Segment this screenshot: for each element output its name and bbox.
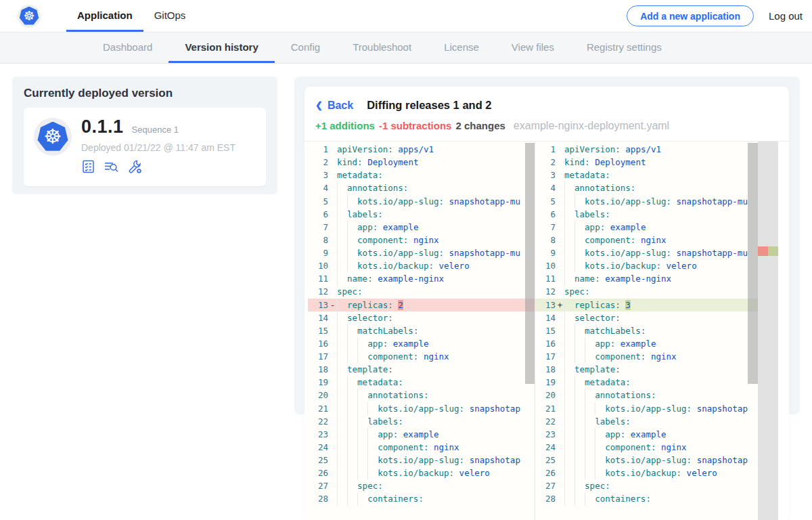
diff-sign (328, 259, 337, 272)
line-number: 11 (535, 272, 556, 285)
indent-guide (367, 454, 378, 467)
edit-config-icon[interactable] (127, 159, 143, 174)
indent-guide (337, 363, 347, 376)
diff-sign (328, 272, 337, 285)
diff-sign (328, 169, 337, 181)
code-text: replicas: 3 (564, 299, 778, 311)
indent-guide (585, 415, 595, 428)
code-line: 27spec: (535, 479, 778, 492)
scrollbar-thumb[interactable] (525, 143, 535, 384)
code-text: metadata: (564, 169, 778, 181)
indent-guide (574, 467, 585, 479)
indent-guide (585, 337, 595, 350)
diff-sign (556, 234, 564, 246)
code-text: app: example (337, 428, 535, 441)
version-actions (81, 159, 235, 174)
top-nav: ☸ ApplicationGitOps Add a new applicatio… (0, 0, 812, 32)
topnav-tab-gitops[interactable]: GitOps (143, 0, 197, 32)
subnav-tab-troubleshoot[interactable]: Troubleshoot (336, 32, 428, 63)
deployed-timestamp: Deployed 01/21/22 @ 11:47 am EST (81, 142, 235, 153)
indent-guide (347, 337, 357, 350)
code-text: labels: (337, 208, 535, 221)
indent-guide (564, 467, 574, 479)
subnav-tab-registry-settings[interactable]: Registry settings (570, 32, 678, 63)
diff-sign (556, 428, 564, 441)
subnav-tab-config[interactable]: Config (275, 32, 336, 63)
line-number: 13 (308, 299, 328, 311)
code-line: 22labels: (535, 415, 778, 428)
diff-sign (328, 311, 337, 324)
diff-overview-ruler (758, 142, 778, 520)
code-text: spec: (564, 479, 778, 492)
scrollbar-thumb[interactable] (748, 143, 758, 384)
release-notes-icon[interactable] (104, 159, 120, 174)
preflight-checks-icon[interactable] (81, 159, 96, 174)
code-text: component: nginx (564, 441, 778, 454)
indent-guide (347, 259, 357, 272)
code-text: app: example (337, 221, 535, 234)
logout-link[interactable]: Log out (769, 10, 803, 22)
subnav-tab-license[interactable]: License (428, 32, 495, 63)
diff-card-outer: ❮ Back Diffing releases 1 and 2 +1 addit… (294, 77, 800, 414)
line-number: 3 (535, 169, 556, 181)
diff-sign (556, 350, 564, 363)
line-number: 12 (308, 285, 328, 298)
indent-guide (564, 441, 574, 454)
code-line: 13+replicas: 3 (535, 299, 778, 311)
back-button[interactable]: ❮ Back (315, 100, 353, 112)
code-line: 24component: nginx (535, 441, 778, 454)
diff-sign (556, 441, 564, 454)
indent-guide (564, 492, 574, 505)
code-line: 2kind: Deployment (308, 156, 535, 169)
code-text: annotations: (564, 181, 778, 194)
indent-guide (564, 402, 574, 415)
diff-sign (556, 272, 564, 285)
code-line: 14selector: (308, 311, 535, 324)
indent-guide (347, 467, 357, 479)
subnav-tab-version-history[interactable]: Version history (168, 32, 274, 63)
line-number: 11 (308, 272, 328, 285)
indent-guide (347, 246, 357, 259)
code-line: 3metadata: (535, 169, 778, 181)
subnav-tab-dashboard[interactable]: Dashboard (87, 32, 168, 63)
code-text: apiVersion: apps/v1 (564, 143, 778, 156)
code-text: template: (564, 363, 778, 376)
indent-guide (337, 415, 347, 428)
indent-guide (564, 299, 574, 311)
line-number: 9 (308, 246, 328, 259)
line-number: 6 (308, 208, 328, 221)
indent-guide (357, 492, 367, 505)
code-text: kind: Deployment (564, 156, 778, 169)
indent-guide (347, 221, 357, 234)
code-line: 23app: example (308, 428, 535, 441)
indent-guide (337, 234, 347, 246)
topnav-tab-application[interactable]: Application (66, 0, 143, 32)
code-text: kots.io/app-slug: snapshotap (564, 402, 778, 415)
subnav-tab-view-files[interactable]: View files (495, 32, 570, 63)
indent-guide (574, 337, 585, 350)
overview-addition-marker (768, 246, 778, 256)
code-line: 7app: example (535, 221, 778, 234)
code-text: matchLabels: (564, 324, 778, 337)
line-number: 8 (308, 234, 328, 246)
line-number: 20 (308, 389, 328, 402)
topnav-tabs: ApplicationGitOps (66, 0, 196, 32)
indent-guide (564, 454, 574, 467)
indent-guide (585, 389, 595, 402)
indent-guide (585, 428, 595, 441)
code-line: 19metadata: (308, 376, 535, 389)
add-application-button[interactable]: Add a new application (627, 5, 754, 26)
diff-editor-modified: 1apiVersion: apps/v12kind: Deployment3me… (535, 142, 778, 520)
indent-guide (357, 402, 367, 415)
indent-guide (585, 350, 595, 363)
diff-sign (328, 441, 337, 454)
indent-guide (564, 208, 574, 221)
code-text: kots.io/backup: velero (337, 467, 535, 479)
indent-guide (337, 441, 347, 454)
indent-guide (337, 311, 347, 324)
indent-guide (574, 389, 585, 402)
code-line: 27spec: (308, 479, 535, 492)
indent-guide (564, 195, 574, 208)
code-line: 8component: nginx (535, 234, 778, 246)
line-number: 23 (535, 428, 556, 441)
